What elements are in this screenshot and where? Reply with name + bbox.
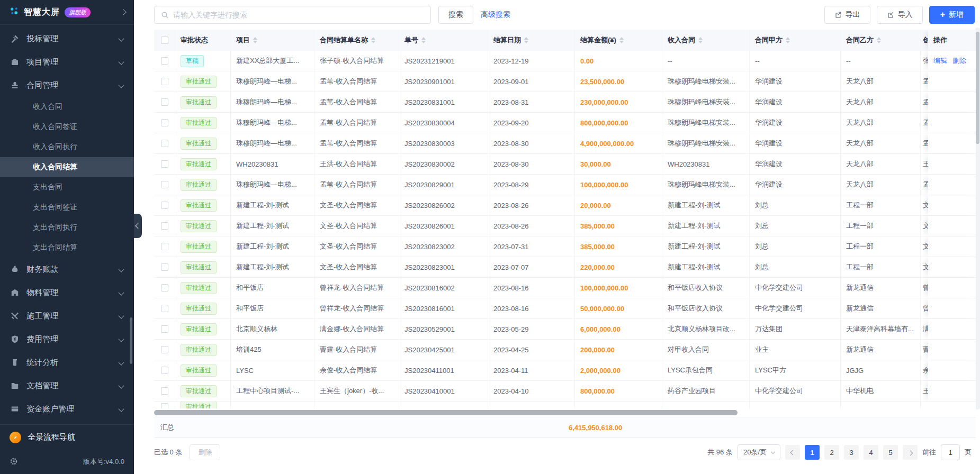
partyA-cell: -- xyxy=(750,51,841,71)
page-size-select[interactable]: 20条/页 xyxy=(738,444,780,460)
row-checkbox[interactable] xyxy=(161,243,168,250)
page-button-1[interactable]: 1 xyxy=(805,445,820,460)
prev-page-button[interactable] xyxy=(785,445,800,460)
row-checkbox[interactable] xyxy=(161,222,168,230)
gear-icon[interactable] xyxy=(10,457,18,467)
date-cell: 2023-08-29 xyxy=(488,175,575,195)
row-checkbox[interactable] xyxy=(161,346,168,353)
sidebar-collapse-handle[interactable] xyxy=(134,214,142,238)
delete-button[interactable]: 删除 xyxy=(190,444,220,460)
row-checkbox[interactable] xyxy=(161,140,168,147)
row-checkbox[interactable] xyxy=(161,119,168,126)
edition-badge: 旗舰版 xyxy=(65,7,91,17)
sidebar-item-contract[interactable]: 合同管理 xyxy=(0,74,134,97)
page-button-4[interactable]: 4 xyxy=(864,445,878,460)
status-badge: 审批通过 xyxy=(181,117,217,129)
table-row: 审批通过珠穆朗玛峰—电梯...孟苇-收入合同结算JS20230831001202… xyxy=(154,92,976,113)
search-input[interactable] xyxy=(173,11,424,19)
column-header-creator[interactable]: 创建人 xyxy=(921,30,928,51)
sidebar-item-document[interactable]: 文档管理 xyxy=(0,374,134,397)
sort-carets-icon[interactable] xyxy=(619,37,624,43)
row-checkbox[interactable] xyxy=(161,325,168,333)
sidebar-scrollbar-thumb[interactable] xyxy=(130,317,132,364)
sidebar-item-panorama-nav[interactable]: 全景流程导航 xyxy=(0,424,134,450)
add-button[interactable]: + 新增 xyxy=(929,6,975,24)
table-row: 审批通过新建工程-刘-测试文圣-收入合同结算JS202308230012023-… xyxy=(154,257,976,278)
sort-carets-icon[interactable] xyxy=(786,37,790,43)
sidebar-subitem-expense-contract-visa[interactable]: 支出合同签证 xyxy=(0,197,134,217)
sidebar-subitem-income-contract[interactable]: 收入合同 xyxy=(0,97,134,117)
column-header-checkbox[interactable] xyxy=(154,30,175,51)
row-checkbox[interactable] xyxy=(161,57,168,65)
sort-carets-icon[interactable] xyxy=(524,37,528,43)
sidebar-logo-row[interactable]: 智慧大屏 旗舰版 xyxy=(0,0,134,24)
row-checkbox[interactable] xyxy=(161,305,168,312)
row-checkbox-cell xyxy=(154,278,175,298)
import-button[interactable]: 导入 xyxy=(877,6,923,24)
sidebar-subitem-income-contract-execution[interactable]: 收入合同执行 xyxy=(0,137,134,157)
page-button-3[interactable]: 3 xyxy=(844,445,859,460)
status-cell: 审批通过 xyxy=(175,133,231,153)
sort-carets-icon[interactable] xyxy=(698,37,703,43)
row-checkbox[interactable] xyxy=(161,263,168,271)
sort-carets-icon[interactable] xyxy=(371,37,375,43)
row-checkbox[interactable] xyxy=(161,284,168,291)
edit-link[interactable]: 编辑 xyxy=(933,56,947,66)
partyB-cell: 新龙通信 xyxy=(841,278,921,298)
column-header-amount[interactable]: 结算金额(¥) xyxy=(575,30,662,51)
sidebar-item-finance[interactable]: 财务账款 xyxy=(0,258,134,281)
row-checkbox[interactable] xyxy=(161,98,168,106)
sidebar-item-project[interactable]: 项目管理 xyxy=(0,50,134,74)
sidebar-subitem-expense-contract[interactable]: 支出合同 xyxy=(0,177,134,197)
sidebar-item-label: 投标管理 xyxy=(26,34,112,44)
sort-carets-icon[interactable] xyxy=(253,37,257,43)
export-button[interactable]: 导出 xyxy=(824,6,870,24)
sidebar-subitem-expense-contract-execution[interactable]: 支出合同执行 xyxy=(0,217,134,238)
column-header-project[interactable]: 项目 xyxy=(231,30,314,51)
income-cell: -- xyxy=(662,51,750,71)
column-header-date[interactable]: 结算日期 xyxy=(488,30,575,51)
column-header-partyB[interactable]: 合同乙方 xyxy=(841,30,921,51)
project-cell: 珠穆朗玛峰—电梯... xyxy=(231,92,314,112)
goto-page-input[interactable] xyxy=(941,444,960,460)
table-header-row: 审批状态项目合同结算单名称单号结算日期结算金额(¥)收入合同合同甲方合同乙方创建… xyxy=(154,30,976,51)
sidebar-subitem-expense-contract-settlement[interactable]: 支出合同结算 xyxy=(0,238,134,258)
operations-cell xyxy=(928,278,976,298)
row-checkbox[interactable] xyxy=(161,367,168,374)
row-checkbox[interactable] xyxy=(161,202,168,209)
income-cell: 药谷产业园项目 xyxy=(662,381,750,401)
sidebar-item-material[interactable]: 物料管理 xyxy=(0,281,134,304)
sidebar-subitem-income-contract-visa[interactable]: 收入合同签证 xyxy=(0,117,134,137)
column-header-partyA[interactable]: 合同甲方 xyxy=(750,30,841,51)
next-page-button[interactable] xyxy=(903,445,918,460)
row-checkbox[interactable] xyxy=(161,181,168,188)
income-cell: 珠穆朗玛峰电梯安装... xyxy=(662,175,750,195)
sort-carets-icon[interactable] xyxy=(877,37,881,43)
select-all-checkbox[interactable] xyxy=(161,37,168,44)
vertical-scrollbar-thumb[interactable] xyxy=(976,32,979,144)
row-checkbox[interactable] xyxy=(161,78,168,85)
chevron-down-icon xyxy=(118,313,124,318)
column-header-number[interactable]: 单号 xyxy=(399,30,488,51)
sidebar-item-bidding[interactable]: 投标管理 xyxy=(0,27,134,50)
sidebar-item-construction[interactable]: 施工管理 xyxy=(0,304,134,327)
search-button[interactable]: 搜索 xyxy=(438,6,473,24)
delete-link[interactable]: 删除 xyxy=(952,56,966,66)
column-header-name[interactable]: 合同结算单名称 xyxy=(314,30,399,51)
row-checkbox[interactable] xyxy=(161,403,168,408)
page-button-2[interactable]: 2 xyxy=(824,445,839,460)
sidebar-item-fund-account[interactable]: 资金账户管理 xyxy=(0,397,134,421)
chevron-down-icon xyxy=(118,59,124,65)
row-checkbox[interactable] xyxy=(161,387,168,395)
sidebar-item-expense[interactable]: 费用管理 xyxy=(0,327,134,351)
sort-carets-icon[interactable] xyxy=(421,37,426,43)
row-checkbox[interactable] xyxy=(161,160,168,168)
project-cell: 和平饭店 xyxy=(231,298,314,318)
page-button-5[interactable]: 5 xyxy=(883,445,898,460)
horizontal-scrollbar-thumb[interactable] xyxy=(154,410,738,415)
creator-cell: 王 xyxy=(921,381,928,401)
advanced-search-link[interactable]: 高级搜索 xyxy=(481,10,510,20)
sidebar-item-statistics[interactable]: 统计分析 xyxy=(0,351,134,374)
sidebar-subitem-income-contract-settlement[interactable]: 收入合同结算 xyxy=(0,157,134,177)
column-header-income[interactable]: 收入合同 xyxy=(662,30,750,51)
